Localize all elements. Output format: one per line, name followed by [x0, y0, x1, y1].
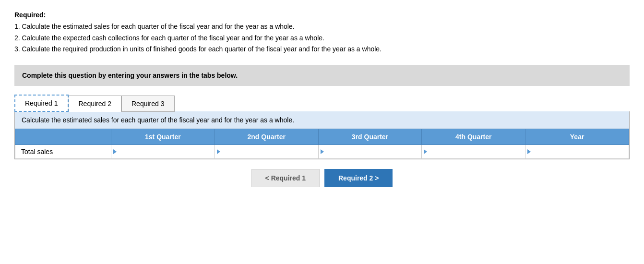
arrow-q1	[113, 149, 117, 154]
tab-required-3[interactable]: Required 3	[121, 96, 175, 112]
input-q2[interactable]	[215, 145, 318, 158]
arrow-year	[527, 149, 531, 154]
required-header: Required:	[14, 10, 630, 21]
prev-button[interactable]: < Required 1	[251, 169, 320, 187]
arrow-q4	[424, 149, 427, 154]
input-q3[interactable]	[319, 145, 422, 158]
cell-q1	[111, 145, 215, 159]
tab-required-1[interactable]: Required 1	[14, 95, 69, 112]
cell-year	[525, 145, 629, 159]
input-year[interactable]	[525, 145, 629, 158]
col-header-q1: 1st Quarter	[111, 129, 215, 145]
tab-required-2[interactable]: Required 2	[69, 96, 122, 112]
col-header-q2: 2nd Quarter	[215, 129, 318, 145]
sales-table: 1st Quarter 2nd Quarter 3rd Quarter 4th …	[15, 129, 629, 159]
nav-buttons: < Required 1 Required 2 >	[14, 169, 630, 187]
table-header-row: 1st Quarter 2nd Quarter 3rd Quarter 4th …	[15, 129, 629, 145]
col-header-label	[15, 129, 111, 145]
row-label-total-sales: Total sales	[15, 145, 111, 159]
table-row: Total sales	[15, 145, 629, 159]
col-header-year: Year	[525, 129, 629, 145]
instruction-2: 2. Calculate the expected cash collectio…	[14, 33, 630, 44]
arrow-q3	[321, 149, 324, 154]
input-q1[interactable]	[111, 145, 215, 158]
tab-content: Calculate the estimated sales for each q…	[14, 111, 630, 159]
col-header-q3: 3rd Quarter	[318, 129, 422, 145]
table-section: 1st Quarter 2nd Quarter 3rd Quarter 4th …	[15, 129, 629, 159]
instructions-section: Required: 1. Calculate the estimated sal…	[14, 10, 630, 55]
instruction-1: 1. Calculate the estimated sales for eac…	[14, 21, 630, 33]
instruction-3: 3. Calculate the required production in …	[14, 44, 630, 55]
col-header-q4: 4th Quarter	[422, 129, 525, 145]
cell-q3	[318, 145, 422, 159]
next-button[interactable]: Required 2 >	[324, 169, 393, 187]
tab-description: Calculate the estimated sales for each q…	[15, 111, 629, 129]
tabs-row: Required 1 Required 2 Required 3	[14, 95, 630, 112]
arrow-q2	[217, 149, 220, 154]
input-q4[interactable]	[422, 145, 525, 158]
tabs-container: Required 1 Required 2 Required 3 Calcula…	[14, 95, 630, 159]
cell-q2	[215, 145, 318, 159]
complete-box: Complete this question by entering your …	[14, 65, 630, 86]
cell-q4	[422, 145, 525, 159]
